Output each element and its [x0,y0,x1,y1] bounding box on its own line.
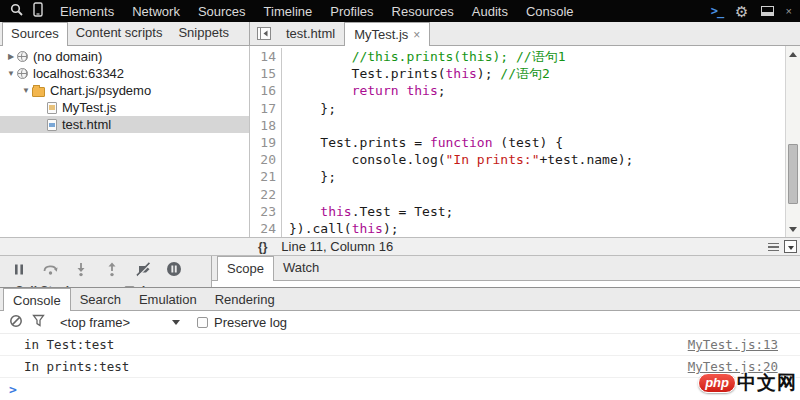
pretty-print-icon[interactable]: {} [258,240,267,254]
console-tab-rendering[interactable]: Rendering [206,288,284,310]
code-text[interactable]: }; [282,168,336,185]
code-segment: this [352,221,383,236]
dock-side-icon[interactable] [761,6,774,16]
line-number[interactable]: 22 [250,186,282,203]
tree-item-label: test.html [61,117,111,132]
code-segment: }; [289,169,336,184]
console-drawer: ConsoleSearchEmulationRendering <top fra… [0,287,800,400]
disclosure-arrow-icon[interactable]: ▶ [5,52,17,61]
line-number[interactable]: 20 [250,151,282,168]
step-into-button[interactable] [72,261,90,277]
code-line-15: 15 Test.prints(this); //语句2 [250,65,785,82]
dropdown-box-icon[interactable] [784,240,797,253]
code-segment: ); [383,221,399,236]
toolbar-tab-resources[interactable]: Resources [383,4,463,19]
toolbar-tab-profiles[interactable]: Profiles [321,4,382,19]
console-prompt[interactable]: > [0,378,800,400]
line-number[interactable]: 16 [250,82,282,99]
toolbar-tab-network[interactable]: Network [123,4,189,19]
tree-item-label: localhost:63342 [32,66,124,81]
code-text[interactable]: Test.prints = function (test) { [282,134,563,151]
code-text[interactable]: return this; [282,82,446,99]
code-segment: Test.prints = [289,135,430,150]
console-drawer-tabs: ConsoleSearchEmulationRendering [0,288,800,311]
console-message: In prints:testMyTest.js:20 [0,356,800,378]
tree-item-test-html[interactable]: test.html [0,116,249,133]
code-line-24: 24}).call(this); [250,220,785,237]
toolbar-tab-elements[interactable]: Elements [51,4,123,19]
tree-item-label: Chart.js/psydemo [49,83,151,98]
code-text[interactable]: Test.prints(this); //语句2 [282,65,550,82]
console-tab-emulation[interactable]: Emulation [130,288,206,310]
console-tab-console[interactable]: Console [3,288,71,311]
sidebar-tab-scope[interactable]: Scope [217,256,274,281]
toolbar-tab-audits[interactable]: Audits [463,4,517,19]
code-segment [289,83,352,98]
code-text[interactable]: }; [282,100,336,117]
deactivate-breakpoints-button[interactable] [134,261,152,277]
tree-item-no-domain[interactable]: ▶(no domain) [0,48,249,65]
tree-item-mytest-js[interactable]: MyTest.js [0,99,249,116]
code-segment: this [446,66,477,81]
list-lines-icon[interactable] [768,243,779,251]
settings-gear-icon[interactable]: ⚙ [735,4,748,19]
tree-item-localhost-63342[interactable]: ▼localhost:63342 [0,65,249,82]
step-out-button[interactable] [103,261,121,277]
close-devtools-icon[interactable]: × [786,5,792,17]
globe-icon [17,68,28,79]
close-tab-icon[interactable]: × [413,28,420,42]
code-text[interactable]: //this.prints(this); //语句1 [282,48,565,65]
code-segment: }).call( [289,221,352,236]
line-number[interactable]: 18 [250,117,282,134]
pause-script-button[interactable] [10,261,28,277]
code-text[interactable]: console.log("In prints:"+test.name); [282,151,633,168]
line-number[interactable]: 23 [250,203,282,220]
line-number[interactable]: 19 [250,134,282,151]
clear-console-icon[interactable] [9,314,23,331]
line-number[interactable]: 17 [250,100,282,117]
panel-tab-sources[interactable]: Sources [2,22,68,46]
toggle-navigator-icon[interactable] [255,27,273,41]
code-text[interactable]: }).call(this); [282,220,399,237]
filter-icon[interactable] [32,314,45,330]
editor-vertical-scrollbar[interactable] [785,46,800,237]
toolbar-tab-sources[interactable]: Sources [189,4,255,19]
file-tab-test-html[interactable]: test.html [277,22,344,45]
toolbar-tab-console[interactable]: Console [517,4,583,19]
code-text[interactable] [282,117,289,134]
search-icon[interactable] [10,3,23,19]
line-number[interactable]: 21 [250,168,282,185]
toolbar-tab-timeline[interactable]: Timeline [255,4,322,19]
scrollbar-thumb[interactable] [788,144,798,204]
code-text[interactable]: this.Test = Test; [282,203,453,220]
code-line-21: 21 }; [250,168,785,185]
console-source-link[interactable]: MyTest.js:13 [688,337,778,352]
frame-selector[interactable]: <top frame> [60,315,180,330]
code-line-22: 22 [250,186,785,203]
scroll-down-icon[interactable] [786,223,800,235]
scroll-up-icon[interactable] [786,48,800,60]
pause-on-exceptions-button[interactable] [165,261,183,277]
disclosure-arrow-icon[interactable]: ▼ [20,86,32,95]
line-number[interactable]: 14 [250,48,282,65]
device-mode-icon[interactable] [33,2,43,20]
sidebar-tab-watch[interactable]: Watch [274,256,328,280]
code-segment: ; [438,83,446,98]
code-lines: 14 //this.prints(this); //语句115 Test.pri… [250,48,785,237]
code-segment [289,49,352,64]
code-editor[interactable]: 14 //this.prints(this); //语句115 Test.pri… [250,46,800,237]
line-number[interactable]: 15 [250,65,282,82]
line-number[interactable]: 24 [250,220,282,237]
tree-item-chart-js-psydemo[interactable]: ▼Chart.js/psydemo [0,82,249,99]
disclosure-arrow-icon[interactable]: ▼ [5,69,17,78]
code-text[interactable] [282,186,289,203]
console-tab-search[interactable]: Search [71,288,130,310]
file-tabs-list: test.htmlMyTest.js× [277,22,430,45]
panel-tab-snippets[interactable]: Snippets [170,22,237,45]
file-tab-mytest-js[interactable]: MyTest.js× [344,22,430,46]
panel-tab-content-scripts[interactable]: Content scripts [68,22,171,45]
preserve-log-checkbox[interactable] [197,317,208,328]
drawer-console-toggle-icon[interactable]: >_ [711,4,723,18]
step-over-button[interactable] [41,261,59,277]
tree-item-label: MyTest.js [61,100,116,115]
